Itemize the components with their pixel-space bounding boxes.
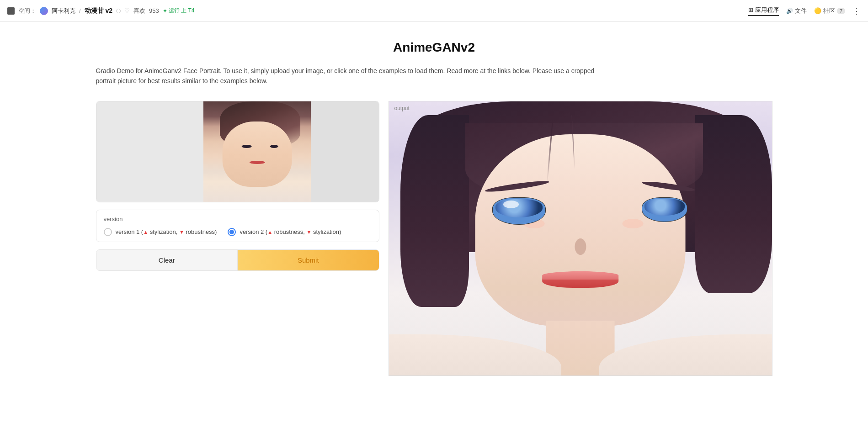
nav-app-btn[interactable]: ⊞ 应用程序: [748, 6, 779, 16]
photo-lips: [250, 161, 265, 164]
anime-eye-left: [492, 197, 546, 225]
nav-community-btn[interactable]: 🟡 社区 7: [814, 7, 845, 15]
anime-lips-upper: [542, 271, 619, 280]
likes-count: 953: [149, 7, 159, 14]
submit-button[interactable]: Submit: [238, 250, 379, 270]
anime-shoulder-right: [599, 334, 772, 375]
anime-shoulder-left: [389, 334, 561, 375]
version-label: version: [104, 216, 372, 222]
photo-simulation: [203, 101, 311, 202]
svg-rect-3: [11, 11, 14, 14]
svg-rect-2: [8, 11, 11, 14]
version1-radio[interactable]: [104, 228, 112, 236]
panels: img ✎ ✕: [96, 101, 772, 376]
anime-eye-right: [642, 197, 688, 222]
anime-nose: [575, 238, 586, 255]
nav-app-name[interactable]: 动漫甘 v2: [85, 7, 112, 15]
version1-option[interactable]: version 1 (▲ stylization, ▼ robustness): [104, 228, 217, 236]
action-buttons: Clear Submit: [96, 249, 379, 271]
anime-face: [475, 134, 686, 326]
navbar-left: 空间： 阿卡利克 / 动漫甘 v2 ♡ 喜欢 953 ✦ 运行 上 T4: [7, 7, 746, 15]
right-panel: output: [389, 101, 772, 376]
v2-down-triangle: ▼: [306, 229, 311, 235]
page-description: Gradio Demo for AnimeGanv2 Face Portrait…: [96, 66, 599, 86]
user-avatar: [40, 7, 48, 15]
version1-text: version 1 (▲ stylization, ▼ robustness): [116, 228, 217, 235]
main-content: AnimeGANv2 Gradio Demo for AnimeGanv2 Fa…: [69, 22, 800, 394]
community-badge: 7: [837, 8, 845, 14]
running-status: ✦ 运行 上 T4: [163, 7, 195, 15]
svg-rect-1: [11, 8, 14, 11]
output-box: output: [389, 101, 772, 376]
input-right-empty: [311, 101, 378, 202]
input-portrait: [203, 101, 311, 202]
photo-eye-right: [270, 145, 278, 148]
version2-option[interactable]: version 2 (▲ robustness, ▼ stylization): [228, 228, 341, 236]
anime-blush-right: [623, 219, 644, 228]
v1-up-triangle: ▲: [143, 229, 148, 235]
anime-hair-side-right: [695, 115, 772, 293]
version2-text: version 2 (▲ robustness, ▼ stylization): [240, 228, 341, 235]
more-menu-icon[interactable]: ⋮: [852, 6, 861, 16]
photo-face: [222, 122, 292, 187]
input-left-empty: [96, 101, 204, 202]
photo-eye-left: [242, 145, 251, 148]
output-label: output: [394, 105, 410, 111]
space-label: 空间：: [18, 7, 36, 15]
community-icon: 🟡: [814, 7, 821, 14]
running-icon: ✦: [163, 8, 167, 14]
app-icon: ⊞: [748, 6, 753, 13]
heart-icon: ♡: [124, 7, 130, 14]
version2-radio-fill: [229, 230, 234, 234]
nav-dot: [116, 9, 121, 13]
clear-button[interactable]: Clear: [96, 250, 238, 270]
nav-username[interactable]: 阿卡利克: [52, 7, 75, 15]
anime-lips: [542, 271, 619, 288]
version-section: version version 1 (▲ stylization, ▼ robu…: [96, 210, 379, 242]
likes-label: 喜欢: [133, 7, 145, 15]
v1-down-triangle: ▼: [179, 229, 184, 235]
anime-hair-side-left: [400, 115, 469, 307]
svg-rect-0: [8, 8, 11, 11]
version2-radio[interactable]: [228, 228, 236, 236]
v2-up-triangle: ▲: [267, 229, 272, 235]
file-icon: 🔊: [786, 8, 793, 14]
left-panel: img ✎ ✕: [96, 101, 379, 271]
page-title: AnimeGANv2: [96, 40, 772, 55]
space-icon: [7, 7, 15, 15]
input-image-area: [96, 101, 379, 202]
nav-file-btn[interactable]: 🔊 文件: [786, 7, 807, 15]
navbar: 空间： 阿卡利克 / 动漫甘 v2 ♡ 喜欢 953 ✦ 运行 上 T4 ⊞ 应…: [0, 0, 868, 22]
version-options: version 1 (▲ stylization, ▼ robustness) …: [104, 228, 372, 236]
anime-output-image: [389, 101, 772, 375]
image-upload-box[interactable]: img ✎ ✕: [96, 101, 379, 202]
navbar-right: ⊞ 应用程序 🔊 文件 🟡 社区 7 ⋮: [748, 6, 861, 16]
